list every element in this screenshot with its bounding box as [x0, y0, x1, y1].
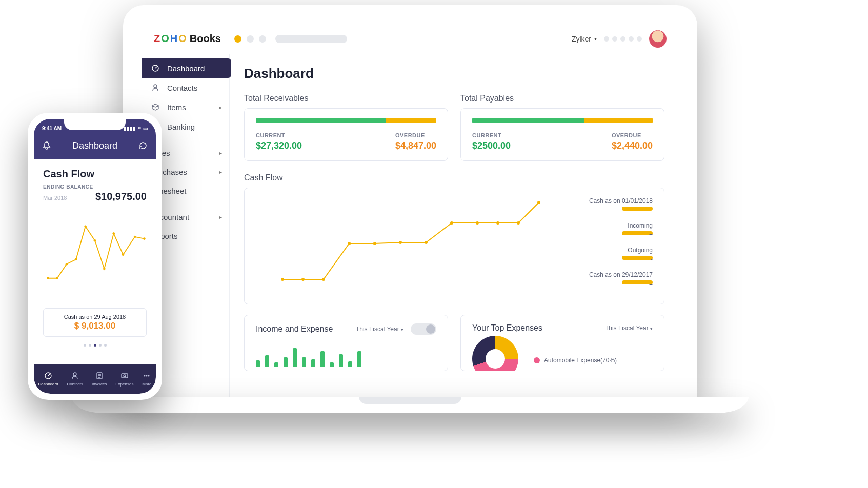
phone-tab-expenses[interactable]: Expenses — [115, 371, 133, 387]
chevron-right-icon: ▸ — [219, 169, 222, 175]
top-expenses-legend-item: Automobile Expense(70%) — [534, 357, 617, 364]
phone-tab-dashboard[interactable]: Dashboard — [38, 371, 58, 387]
cashflow-chart — [256, 197, 566, 295]
top-expenses-period-dropdown[interactable]: This Fiscal Year ▾ — [605, 324, 653, 332]
mobile-cashflow-chart — [43, 208, 147, 305]
svg-point-11 — [496, 221, 499, 225]
svg-point-9 — [450, 221, 453, 225]
income-expense-card: Income and Expense This Fiscal Year ▾ — [244, 315, 448, 371]
top-expenses-card: Your Top Expenses This Fiscal Year ▾ Aut… — [460, 315, 664, 371]
phone-tab-more[interactable]: More — [142, 371, 151, 387]
sidebar-item-items[interactable]: Items ▸ — [142, 97, 229, 117]
svg-point-31 — [146, 375, 148, 377]
tab-pill[interactable] — [275, 35, 347, 43]
org-name: Zylker — [572, 35, 591, 43]
svg-point-32 — [148, 375, 150, 377]
svg-point-15 — [56, 277, 58, 279]
phone-tabbar: Dashboard Contacts Invoices Expenses Mor… — [34, 364, 156, 394]
receivables-card: CURRENT $27,320.00 OVERDUE $4,847.00 — [244, 108, 448, 161]
items-icon — [151, 103, 160, 112]
svg-point-12 — [517, 221, 520, 225]
mobile-cash-as-on-box: Cash as on 29 Aug 2018 $ 9,013.00 — [43, 308, 147, 337]
income-expense-period-dropdown[interactable]: This Fiscal Year ▾ — [356, 326, 403, 333]
top-expenses-pie — [472, 336, 518, 371]
svg-point-16 — [66, 263, 68, 266]
topbar: ZOHO Books Zylker ▾ — [142, 24, 679, 54]
receivables-overdue-value: $4,847.00 — [395, 140, 436, 151]
cashflow-card: Cash as on 01/01/2018 Incoming Outgoing — [244, 188, 664, 304]
payables-current-value: $2500.00 — [472, 140, 511, 151]
sidebar-item-label: Contacts — [167, 84, 197, 92]
expenses-icon — [120, 371, 129, 380]
chevron-down-icon: ▾ — [401, 327, 403, 332]
receivables-current-label: CURRENT — [256, 132, 302, 138]
sidebar-item-dashboard[interactable]: Dashboard — [142, 58, 231, 78]
chevron-right-icon: ▸ — [219, 150, 222, 156]
more-icon — [142, 371, 151, 380]
laptop-screen: ZOHO Books Zylker ▾ — [142, 24, 679, 400]
payables-progress — [472, 118, 653, 123]
svg-rect-28 — [122, 374, 128, 378]
top-expense-item-label: Automobile Expense(70%) — [544, 357, 617, 364]
tab-dot[interactable] — [247, 35, 254, 43]
legend-cash-end-date: 29/12/2017 — [622, 271, 653, 278]
income-expense-bars — [256, 341, 436, 367]
tab-dot[interactable] — [259, 35, 266, 43]
svg-point-21 — [112, 232, 115, 235]
phone-tab-label: Expenses — [115, 382, 133, 387]
svg-point-18 — [84, 225, 87, 228]
legend-outgoing: Outgoing — [628, 247, 653, 254]
svg-point-22 — [122, 254, 125, 256]
tab-dot-active[interactable] — [234, 35, 241, 43]
chevron-down-icon: ▾ — [594, 36, 597, 42]
cashflow-legend: Cash as on 01/01/2018 Incoming Outgoing — [576, 197, 653, 295]
phone-frame: 9:41 AM ▮▮▮▮ ⌔ ▭ Dashboard Cash Flow END… — [28, 113, 162, 400]
svg-point-8 — [425, 241, 428, 244]
dashboard-icon — [151, 64, 160, 73]
sidebar-item-label: Dashboard — [167, 64, 205, 73]
chevron-right-icon: ▸ — [219, 105, 222, 110]
dashboard-icon — [44, 371, 53, 380]
legend-cash-start-label: Cash as on — [589, 197, 620, 205]
chevron-right-icon: ▸ — [219, 214, 222, 220]
mobile-cash-as-on-value: $ 9,013.00 — [49, 321, 141, 331]
mobile-page-indicator — [43, 344, 147, 347]
payables-overdue-label: OVERDUE — [612, 132, 653, 138]
contacts-icon — [70, 371, 79, 380]
mobile-cash-as-on-label: Cash as on 29 Aug 2018 — [49, 314, 141, 320]
phone-header: Dashboard — [34, 132, 156, 159]
avatar[interactable] — [649, 30, 667, 48]
bell-icon[interactable] — [42, 141, 51, 150]
battery-icon: ▭ — [143, 126, 148, 131]
svg-point-14 — [47, 277, 49, 279]
invoices-icon — [95, 371, 104, 380]
svg-point-7 — [399, 241, 402, 244]
phone-body: Cash Flow ENDING BALANCE Mar 2018 $10,97… — [34, 159, 156, 353]
signal-icon: ▮▮▮▮ — [124, 126, 136, 131]
refresh-icon[interactable] — [138, 141, 148, 150]
sidebar-item-label: Items — [167, 103, 186, 112]
svg-point-26 — [73, 373, 76, 376]
laptop-base — [72, 397, 749, 413]
legend-cash-start-date: 01/01/2018 — [622, 197, 653, 205]
svg-point-17 — [75, 258, 77, 261]
income-expense-title: Income and Expense — [256, 324, 333, 334]
mobile-cashflow-title: Cash Flow — [43, 168, 147, 180]
window-tabs — [234, 35, 347, 43]
laptop-trackpad-notch — [359, 397, 461, 404]
legend-cash-end-label: Cash as on — [589, 271, 620, 278]
content: Dashboard Total Receivables CURRENT $27 — [230, 54, 679, 400]
sidebar-item-contacts[interactable]: Contacts — [142, 78, 229, 97]
legend-incoming: Incoming — [628, 222, 653, 229]
phone-tab-contacts[interactable]: Contacts — [67, 371, 84, 387]
income-expense-toggle[interactable] — [411, 323, 436, 335]
cashflow-title: Cash Flow — [244, 173, 664, 182]
receivables-current-value: $27,320.00 — [256, 140, 302, 151]
org-switcher[interactable]: Zylker ▾ — [572, 35, 597, 43]
phone-tab-invoices[interactable]: Invoices — [92, 371, 107, 387]
chevron-down-icon: ▾ — [650, 326, 653, 331]
legend-dot-icon — [534, 357, 540, 363]
receivables-title: Total Receivables — [244, 94, 448, 103]
brand-name: Books — [190, 33, 221, 45]
svg-point-24 — [143, 237, 146, 240]
